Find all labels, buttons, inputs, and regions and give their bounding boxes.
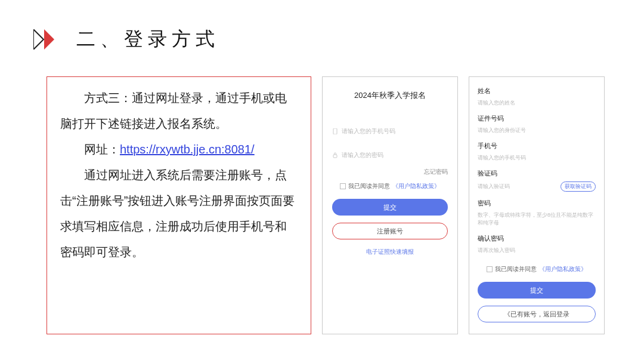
reg-id-input[interactable]: 请输入您的身份证号 xyxy=(478,127,526,133)
reg-name-label: 姓名 xyxy=(478,87,596,96)
login-agree-row[interactable]: 我已阅读并同意 《用户隐私政策》 xyxy=(340,182,440,190)
registration-url-link[interactable]: https://rxywtb.jje.cn:8081/ xyxy=(120,143,255,156)
reg-password-input[interactable]: 数字、字母或特殊字符，至少8位且不能是纯数字和纯字母 xyxy=(478,212,593,226)
back-to-login-button[interactable]: 《已有账号，返回登录 xyxy=(478,306,596,322)
lock-icon xyxy=(332,152,338,158)
phone-icon xyxy=(332,128,338,134)
forgot-password-link[interactable]: 忘记密码 xyxy=(332,168,448,176)
login-phone-placeholder: 请输入您的手机号码 xyxy=(342,127,395,136)
login-agree-text: 我已阅读并同意 xyxy=(348,182,390,190)
header-arrow-icon xyxy=(33,29,66,50)
login-password-placeholder: 请输入您的密码 xyxy=(342,151,383,159)
reg-agree-row[interactable]: 我已阅读并同意 《用户隐私政策》 xyxy=(478,265,596,273)
method-text-box: 方式三：通过网址登录，通过手机或电脑打开下述链接进入报名系统。 网址：https… xyxy=(47,76,311,334)
reg-submit-button[interactable]: 提交 xyxy=(478,282,596,299)
reg-id-label: 证件号码 xyxy=(478,114,596,123)
login-title: 2024年秋季入学报名 xyxy=(354,90,426,101)
login-phone-field[interactable]: 请输入您的手机号码 xyxy=(332,126,448,137)
reg-code-label: 验证码 xyxy=(478,169,596,178)
reg-phone-label: 手机号 xyxy=(478,141,596,150)
method-url-line: 网址：https://rxywtb.jje.cn:8081/ xyxy=(60,137,298,162)
reg-password2-label: 确认密码 xyxy=(478,234,596,243)
reg-password-label: 密码 xyxy=(478,199,596,208)
login-submit-button[interactable]: 提交 xyxy=(332,199,448,216)
method-paragraph-1: 方式三：通过网址登录，通过手机或电脑打开下述链接进入报名系统。 xyxy=(60,85,298,137)
svg-rect-2 xyxy=(333,128,337,134)
url-prefix: 网址： xyxy=(84,143,120,156)
reg-code-input[interactable]: 请输入验证码 xyxy=(478,183,510,190)
slide-header: 二、登录方式 xyxy=(33,26,219,53)
slide-title: 二、登录方式 xyxy=(76,26,219,53)
login-agree-checkbox[interactable] xyxy=(340,183,346,189)
get-code-button[interactable]: 获取验证码 xyxy=(561,182,596,192)
login-password-field[interactable]: 请输入您的密码 xyxy=(332,150,448,161)
reg-name-input[interactable]: 请输入您的姓名 xyxy=(478,100,515,106)
register-account-button[interactable]: 注册账号 xyxy=(332,223,448,239)
reg-agree-checkbox[interactable] xyxy=(487,266,493,272)
content-row: 方式三：通过网址登录，通过手机或电脑打开下述链接进入报名系统。 网址：https… xyxy=(47,76,631,337)
svg-rect-3 xyxy=(333,155,337,158)
login-policy-link[interactable]: 《用户隐私政策》 xyxy=(392,182,440,190)
cert-quick-fill-link[interactable]: 电子证照快速填报 xyxy=(366,248,414,256)
login-screenshot: 2024年秋季入学报名 请输入您的手机号码 请输入您的密码 忘记密码 我已阅读并… xyxy=(322,76,458,334)
method-paragraph-2: 通过网址进入系统后需要注册账号，点击“注册账号”按钮进入账号注册界面按页面要求填… xyxy=(60,162,298,265)
reg-policy-link[interactable]: 《用户隐私政策》 xyxy=(539,265,587,273)
register-screenshot: 姓名 请输入您的姓名 证件号码 请输入您的身份证号 手机号 请输入您的手机号码 … xyxy=(469,76,605,334)
svg-marker-0 xyxy=(33,29,44,50)
reg-password2-input[interactable]: 请再次输入密码 xyxy=(478,247,515,253)
svg-marker-1 xyxy=(44,29,54,50)
reg-phone-input[interactable]: 请输入您的手机号码 xyxy=(478,155,526,161)
reg-agree-text: 我已阅读并同意 xyxy=(495,265,537,273)
